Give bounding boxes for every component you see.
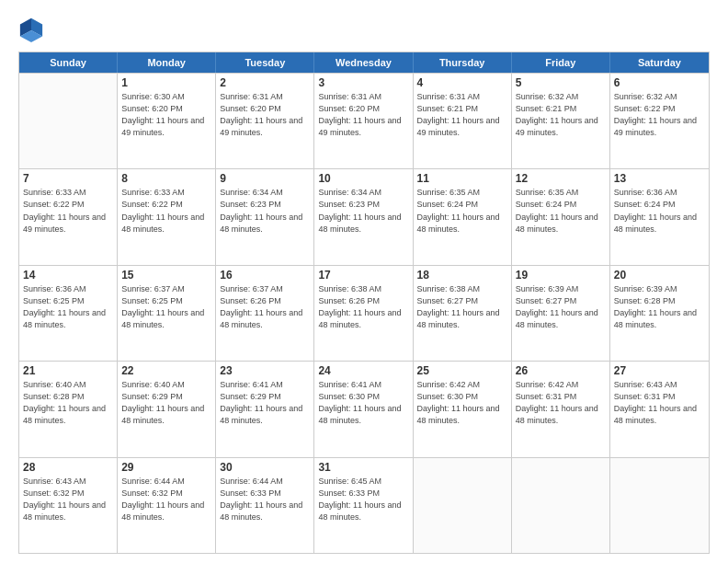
day-info: Sunrise: 6:40 AMSunset: 6:29 PMDaylight:… <box>121 379 211 427</box>
day-number: 8 <box>121 172 211 185</box>
day-cell-3: 3Sunrise: 6:31 AMSunset: 6:20 PMDaylight… <box>314 74 413 168</box>
calendar: SundayMondayTuesdayWednesdayThursdayFrid… <box>18 52 710 554</box>
day-cell-5: 5Sunrise: 6:32 AMSunset: 6:21 PMDaylight… <box>512 74 610 168</box>
day-number: 16 <box>220 269 310 282</box>
day-cell-8: 8Sunrise: 6:33 AMSunset: 6:22 PMDaylight… <box>118 169 216 264</box>
day-info: Sunrise: 6:38 AMSunset: 6:27 PMDaylight:… <box>417 283 507 331</box>
day-cell-10: 10Sunrise: 6:34 AMSunset: 6:23 PMDayligh… <box>314 169 413 264</box>
day-cell-16: 16Sunrise: 6:37 AMSunset: 6:26 PMDayligh… <box>216 266 314 361</box>
day-cell-2: 2Sunrise: 6:31 AMSunset: 6:20 PMDaylight… <box>216 74 314 168</box>
day-info: Sunrise: 6:43 AMSunset: 6:31 PMDaylight:… <box>614 379 705 427</box>
logo <box>18 17 48 42</box>
day-number: 5 <box>516 76 606 89</box>
day-info: Sunrise: 6:42 AMSunset: 6:30 PMDaylight:… <box>417 379 507 427</box>
day-number: 4 <box>417 76 507 89</box>
day-number: 24 <box>318 364 408 377</box>
day-cell-22: 22Sunrise: 6:40 AMSunset: 6:29 PMDayligh… <box>118 362 216 456</box>
day-info: Sunrise: 6:34 AMSunset: 6:23 PMDaylight:… <box>220 187 310 235</box>
week-row-5: 28Sunrise: 6:43 AMSunset: 6:32 PMDayligh… <box>19 457 709 553</box>
day-info: Sunrise: 6:44 AMSunset: 6:32 PMDaylight:… <box>121 476 211 523</box>
day-cell-29: 29Sunrise: 6:44 AMSunset: 6:32 PMDayligh… <box>118 458 216 553</box>
day-cell-30: 30Sunrise: 6:44 AMSunset: 6:33 PMDayligh… <box>216 458 314 553</box>
day-number: 22 <box>121 364 211 377</box>
day-info: Sunrise: 6:34 AMSunset: 6:23 PMDaylight:… <box>318 187 408 235</box>
weekday-header-friday: Friday <box>512 52 610 73</box>
day-number: 10 <box>318 172 408 185</box>
day-cell-17: 17Sunrise: 6:38 AMSunset: 6:26 PMDayligh… <box>314 266 413 361</box>
day-info: Sunrise: 6:44 AMSunset: 6:33 PMDaylight:… <box>220 476 310 523</box>
day-cell-13: 13Sunrise: 6:36 AMSunset: 6:24 PMDayligh… <box>610 169 709 264</box>
day-cell-11: 11Sunrise: 6:35 AMSunset: 6:24 PMDayligh… <box>414 169 512 264</box>
calendar-header: SundayMondayTuesdayWednesdayThursdayFrid… <box>19 52 709 73</box>
day-number: 9 <box>220 172 310 185</box>
day-number: 18 <box>417 269 507 282</box>
day-number: 30 <box>220 461 310 474</box>
day-number: 2 <box>220 76 310 89</box>
day-info: Sunrise: 6:43 AMSunset: 6:32 PMDaylight:… <box>23 476 113 523</box>
day-cell-20: 20Sunrise: 6:39 AMSunset: 6:28 PMDayligh… <box>610 266 709 361</box>
week-row-2: 7Sunrise: 6:33 AMSunset: 6:22 PMDaylight… <box>19 168 709 264</box>
day-info: Sunrise: 6:40 AMSunset: 6:28 PMDaylight:… <box>23 379 113 427</box>
day-info: Sunrise: 6:30 AMSunset: 6:20 PMDaylight:… <box>121 91 211 139</box>
day-number: 15 <box>121 269 211 282</box>
day-cell-31: 31Sunrise: 6:45 AMSunset: 6:33 PMDayligh… <box>314 458 413 553</box>
day-number: 14 <box>23 269 113 282</box>
day-info: Sunrise: 6:42 AMSunset: 6:31 PMDaylight:… <box>516 379 606 427</box>
day-info: Sunrise: 6:38 AMSunset: 6:26 PMDaylight:… <box>318 283 408 331</box>
day-cell-12: 12Sunrise: 6:35 AMSunset: 6:24 PMDayligh… <box>512 169 610 264</box>
day-info: Sunrise: 6:35 AMSunset: 6:24 PMDaylight:… <box>417 187 507 235</box>
day-info: Sunrise: 6:33 AMSunset: 6:22 PMDaylight:… <box>121 187 211 235</box>
day-info: Sunrise: 6:31 AMSunset: 6:21 PMDaylight:… <box>417 91 507 139</box>
day-number: 13 <box>614 172 705 185</box>
day-info: Sunrise: 6:32 AMSunset: 6:22 PMDaylight:… <box>614 91 705 139</box>
day-cell-19: 19Sunrise: 6:39 AMSunset: 6:27 PMDayligh… <box>512 266 610 361</box>
weekday-header-wednesday: Wednesday <box>314 52 413 73</box>
week-row-3: 14Sunrise: 6:36 AMSunset: 6:25 PMDayligh… <box>19 265 709 361</box>
day-cell-27: 27Sunrise: 6:43 AMSunset: 6:31 PMDayligh… <box>610 362 709 456</box>
day-cell-23: 23Sunrise: 6:41 AMSunset: 6:29 PMDayligh… <box>216 362 314 456</box>
weekday-header-tuesday: Tuesday <box>216 52 314 73</box>
week-row-1: 1Sunrise: 6:30 AMSunset: 6:20 PMDaylight… <box>19 73 709 168</box>
day-number: 23 <box>220 364 310 377</box>
day-number: 29 <box>121 461 211 474</box>
calendar-body: 1Sunrise: 6:30 AMSunset: 6:20 PMDaylight… <box>19 73 709 553</box>
day-number: 21 <box>23 364 113 377</box>
day-info: Sunrise: 6:39 AMSunset: 6:28 PMDaylight:… <box>614 283 705 331</box>
day-info: Sunrise: 6:35 AMSunset: 6:24 PMDaylight:… <box>516 187 606 235</box>
day-cell-26: 26Sunrise: 6:42 AMSunset: 6:31 PMDayligh… <box>512 362 610 456</box>
page: SundayMondayTuesdayWednesdayThursdayFrid… <box>0 0 728 563</box>
day-cell-24: 24Sunrise: 6:41 AMSunset: 6:30 PMDayligh… <box>314 362 413 456</box>
day-cell-9: 9Sunrise: 6:34 AMSunset: 6:23 PMDaylight… <box>216 169 314 264</box>
day-info: Sunrise: 6:45 AMSunset: 6:33 PMDaylight:… <box>318 476 408 523</box>
day-number: 17 <box>318 269 408 282</box>
day-number: 20 <box>614 269 705 282</box>
day-number: 6 <box>614 76 705 89</box>
day-info: Sunrise: 6:41 AMSunset: 6:29 PMDaylight:… <box>220 379 310 427</box>
week-row-4: 21Sunrise: 6:40 AMSunset: 6:28 PMDayligh… <box>19 361 709 456</box>
day-info: Sunrise: 6:31 AMSunset: 6:20 PMDaylight:… <box>318 91 408 139</box>
empty-cell <box>19 74 118 168</box>
day-cell-4: 4Sunrise: 6:31 AMSunset: 6:21 PMDaylight… <box>414 74 512 168</box>
empty-cell <box>610 458 709 553</box>
day-info: Sunrise: 6:36 AMSunset: 6:24 PMDaylight:… <box>614 187 705 235</box>
day-number: 11 <box>417 172 507 185</box>
day-cell-21: 21Sunrise: 6:40 AMSunset: 6:28 PMDayligh… <box>19 362 118 456</box>
day-number: 19 <box>516 269 606 282</box>
day-info: Sunrise: 6:31 AMSunset: 6:20 PMDaylight:… <box>220 91 310 139</box>
day-number: 25 <box>417 364 507 377</box>
day-info: Sunrise: 6:36 AMSunset: 6:25 PMDaylight:… <box>23 283 113 331</box>
day-cell-28: 28Sunrise: 6:43 AMSunset: 6:32 PMDayligh… <box>19 458 118 553</box>
empty-cell <box>414 458 512 553</box>
day-info: Sunrise: 6:37 AMSunset: 6:26 PMDaylight:… <box>220 283 310 331</box>
header <box>18 17 710 42</box>
day-cell-1: 1Sunrise: 6:30 AMSunset: 6:20 PMDaylight… <box>118 74 216 168</box>
day-number: 26 <box>516 364 606 377</box>
logo-icon <box>18 17 44 42</box>
day-number: 3 <box>318 76 408 89</box>
day-info: Sunrise: 6:32 AMSunset: 6:21 PMDaylight:… <box>516 91 606 139</box>
day-info: Sunrise: 6:37 AMSunset: 6:25 PMDaylight:… <box>121 283 211 331</box>
day-number: 1 <box>121 76 211 89</box>
weekday-header-sunday: Sunday <box>19 52 118 73</box>
day-info: Sunrise: 6:39 AMSunset: 6:27 PMDaylight:… <box>516 283 606 331</box>
day-info: Sunrise: 6:33 AMSunset: 6:22 PMDaylight:… <box>23 187 113 235</box>
